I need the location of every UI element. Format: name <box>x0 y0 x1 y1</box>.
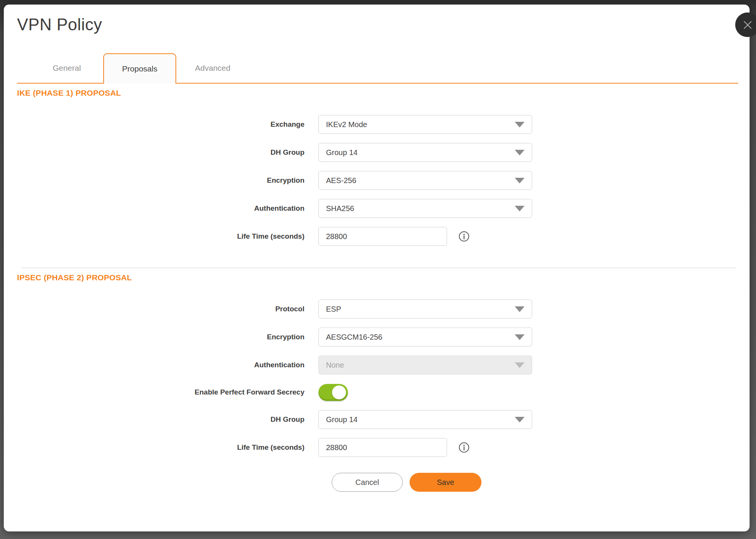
pfs-row: Enable Perfect Forward Secrecy <box>17 384 750 401</box>
protocol-select[interactable]: ESP <box>318 300 532 318</box>
cancel-button[interactable]: Cancel <box>332 473 403 492</box>
protocol-label: Protocol <box>17 305 304 313</box>
ike-phase1-form: Exchange IKEv2 Mode DH Group Group 14 En… <box>4 115 750 246</box>
ipsec-authentication-label: Authentication <box>17 361 304 369</box>
dialog-title: VPN Policy <box>17 15 750 34</box>
ike-authentication-row: Authentication SHA256 <box>17 199 750 218</box>
ipsec-authentication-value: None <box>326 361 344 370</box>
dialog-actions: Cancel Save <box>332 473 750 492</box>
pfs-toggle[interactable] <box>318 384 348 401</box>
dropdown-arrow-icon <box>515 150 525 155</box>
dropdown-arrow-icon <box>515 417 525 423</box>
ike-lifetime-row: Life Time (seconds) <box>17 227 750 246</box>
ike-dh-group-label: DH Group <box>17 148 304 157</box>
ike-authentication-label: Authentication <box>17 204 304 213</box>
ipsec-dh-group-label: DH Group <box>17 415 304 424</box>
save-button[interactable]: Save <box>410 473 481 492</box>
ipsec-lifetime-info-button[interactable] <box>458 442 470 453</box>
ipsec-encryption-value: AESGCM16-256 <box>326 333 382 342</box>
ipsec-dh-group-select[interactable]: Group 14 <box>318 410 532 429</box>
protocol-row: Protocol ESP <box>17 300 750 318</box>
tab-general[interactable]: General <box>30 53 103 83</box>
protocol-value: ESP <box>326 305 341 314</box>
ipsec-lifetime-label: Life Time (seconds) <box>17 443 304 452</box>
tab-bar: General Proposals Advanced <box>17 53 738 84</box>
info-icon <box>458 231 470 242</box>
dropdown-arrow-icon <box>515 306 525 312</box>
tab-proposals[interactable]: Proposals <box>103 53 176 84</box>
ike-encryption-select[interactable]: AES-256 <box>318 171 532 190</box>
ike-phase1-heading: IKE (PHASE 1) PROPOSAL <box>17 88 750 98</box>
exchange-select[interactable]: IKEv2 Mode <box>318 115 532 134</box>
ipsec-phase2-form: Protocol ESP Encryption AESGCM16-256 Aut… <box>4 300 750 492</box>
dropdown-arrow-icon <box>515 206 525 211</box>
vpn-policy-dialog: VPN Policy General Proposals Advanced IK… <box>4 5 750 531</box>
ike-lifetime-info-button[interactable] <box>458 231 470 242</box>
ike-dh-group-select[interactable]: Group 14 <box>318 143 532 162</box>
close-icon <box>742 20 753 30</box>
ike-authentication-value: SHA256 <box>326 204 354 213</box>
ipsec-authentication-select-disabled: None <box>318 356 532 374</box>
ike-authentication-select[interactable]: SHA256 <box>318 199 532 218</box>
ipsec-lifetime-input[interactable] <box>318 438 447 457</box>
exchange-value: IKEv2 Mode <box>326 120 367 129</box>
dropdown-arrow-icon <box>515 178 525 183</box>
exchange-row: Exchange IKEv2 Mode <box>17 115 750 134</box>
ike-lifetime-input[interactable] <box>318 227 447 246</box>
ipsec-encryption-row: Encryption AESGCM16-256 <box>17 328 750 346</box>
ipsec-lifetime-row: Life Time (seconds) <box>17 438 750 457</box>
ipsec-encryption-select[interactable]: AESGCM16-256 <box>318 328 532 346</box>
ipsec-dh-group-row: DH Group Group 14 <box>17 410 750 429</box>
ike-lifetime-label: Life Time (seconds) <box>17 232 304 241</box>
ike-encryption-value: AES-256 <box>326 176 356 185</box>
dropdown-arrow-icon <box>515 122 525 127</box>
exchange-label: Exchange <box>17 120 304 129</box>
dropdown-arrow-icon <box>515 334 525 340</box>
ipsec-authentication-row: Authentication None <box>17 356 750 374</box>
ike-dh-group-row: DH Group Group 14 <box>17 143 750 162</box>
ipsec-dh-group-value: Group 14 <box>326 415 357 424</box>
pfs-label: Enable Perfect Forward Secrecy <box>17 388 304 396</box>
info-icon <box>458 442 470 453</box>
ike-encryption-label: Encryption <box>17 176 304 185</box>
toggle-knob <box>332 385 346 399</box>
tab-advanced[interactable]: Advanced <box>176 53 249 83</box>
dropdown-arrow-icon <box>515 362 525 368</box>
ike-dh-group-value: Group 14 <box>326 148 357 157</box>
ipsec-encryption-label: Encryption <box>17 333 304 341</box>
ike-encryption-row: Encryption AES-256 <box>17 171 750 190</box>
section-divider <box>21 267 736 268</box>
ipsec-phase2-heading: IPSEC (PHASE 2) PROPOSAL <box>17 273 750 283</box>
